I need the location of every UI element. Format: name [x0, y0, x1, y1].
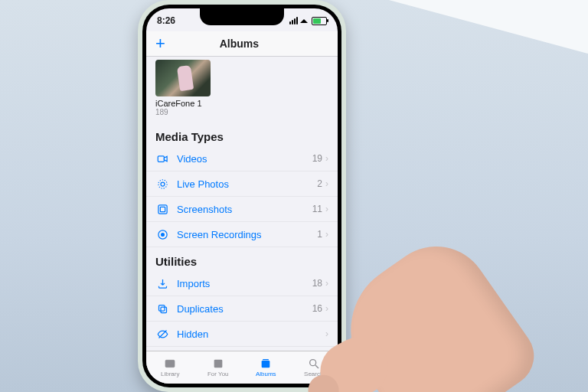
chevron-right-icon: › [325, 153, 328, 164]
chevron-right-icon: › [325, 278, 328, 289]
content-area[interactable]: iCareFone 1 189 Media Types Videos 19 › … [146, 57, 338, 354]
row-label: Hidden [177, 328, 322, 340]
white-surface-corner [389, 0, 588, 54]
row-label: Live Photos [177, 178, 317, 190]
svg-rect-3 [158, 204, 166, 213]
tab-label: For You [207, 371, 229, 377]
album-name: iCareFone 1 [155, 99, 328, 108]
row-videos[interactable]: Videos 19 › [146, 146, 338, 172]
row-label: Screenshots [177, 204, 312, 215]
row-screen-recordings[interactable]: Screen Recordings 1 › [146, 222, 338, 247]
svg-point-6 [161, 233, 164, 236]
livephoto-icon [155, 178, 169, 190]
section-utilities-title: Utilities [146, 247, 338, 271]
svg-rect-13 [262, 361, 270, 368]
svg-rect-4 [160, 207, 165, 211]
svg-rect-0 [158, 155, 164, 162]
section-media-types-title: Media Types [146, 122, 338, 146]
phone-screen: 8:26 + Albums iCareFone 1 189 Media Type… [146, 8, 338, 384]
page-title: Albums [158, 38, 321, 50]
row-imports[interactable]: Imports 18 › [146, 271, 338, 296]
media-types-list: Videos 19 › Live Photos 2 › Screenshots … [146, 146, 338, 247]
library-icon [163, 358, 177, 370]
chevron-right-icon: › [325, 204, 328, 214]
import-icon [155, 278, 169, 289]
row-screenshots[interactable]: Screenshots 11 › [146, 197, 338, 222]
album-card[interactable]: iCareFone 1 189 [146, 57, 338, 122]
row-live-photos[interactable]: Live Photos 2 › [146, 172, 338, 197]
chevron-right-icon: › [325, 229, 328, 240]
tab-for-you[interactable]: For You [194, 351, 243, 384]
row-label: Screen Recordings [177, 229, 317, 240]
tab-bar: Library For You Albums Search [146, 351, 338, 384]
svg-rect-14 [263, 359, 269, 360]
row-count: 18 [312, 278, 322, 289]
tab-albums[interactable]: Albums [242, 351, 290, 384]
row-count: 1 [317, 229, 322, 240]
row-count: 11 [312, 204, 322, 214]
screenshot-icon [155, 204, 169, 215]
svg-point-15 [309, 360, 315, 366]
video-icon [155, 153, 169, 165]
chevron-right-icon: › [325, 303, 328, 314]
album-count: 189 [155, 108, 328, 116]
svg-rect-12 [214, 360, 222, 368]
albums-icon [259, 358, 273, 370]
row-label: Duplicates [177, 303, 312, 315]
row-duplicates[interactable]: Duplicates 16 › [146, 296, 338, 322]
row-count: 19 [312, 153, 322, 164]
utilities-list: Imports 18 › Duplicates 16 › Hidden › [146, 271, 338, 354]
cellular-icon [289, 17, 298, 24]
tab-label: Albums [256, 371, 276, 377]
svg-line-16 [315, 365, 318, 368]
svg-point-1 [161, 182, 165, 186]
tab-library[interactable]: Library [146, 351, 194, 384]
notch [200, 8, 284, 25]
wifi-icon [300, 17, 309, 24]
search-icon [307, 358, 321, 370]
row-count: 16 [312, 303, 322, 314]
svg-point-2 [158, 179, 166, 188]
foryou-icon [211, 358, 225, 370]
hidden-icon [155, 328, 169, 340]
svg-rect-8 [158, 305, 165, 311]
row-label: Videos [177, 153, 312, 165]
record-icon [155, 229, 169, 240]
duplicate-icon [155, 303, 169, 315]
status-indicators [289, 17, 327, 25]
phone-bezel: 8:26 + Albums iCareFone 1 189 Media Type… [142, 5, 341, 387]
album-thumbnail[interactable] [155, 60, 211, 96]
svg-rect-7 [161, 307, 167, 313]
svg-rect-10 [165, 360, 175, 367]
tab-label: Library [161, 371, 179, 377]
row-hidden[interactable]: Hidden › [146, 322, 338, 347]
battery-icon [312, 17, 327, 25]
chevron-right-icon: › [325, 328, 328, 339]
row-count: 2 [317, 178, 322, 189]
status-time: 8:26 [157, 15, 175, 26]
nav-header: + Albums [146, 31, 338, 57]
iphone-device: 8:26 + Albums iCareFone 1 189 Media Type… [138, 0, 346, 392]
chevron-right-icon: › [325, 178, 328, 189]
row-label: Imports [177, 278, 312, 289]
